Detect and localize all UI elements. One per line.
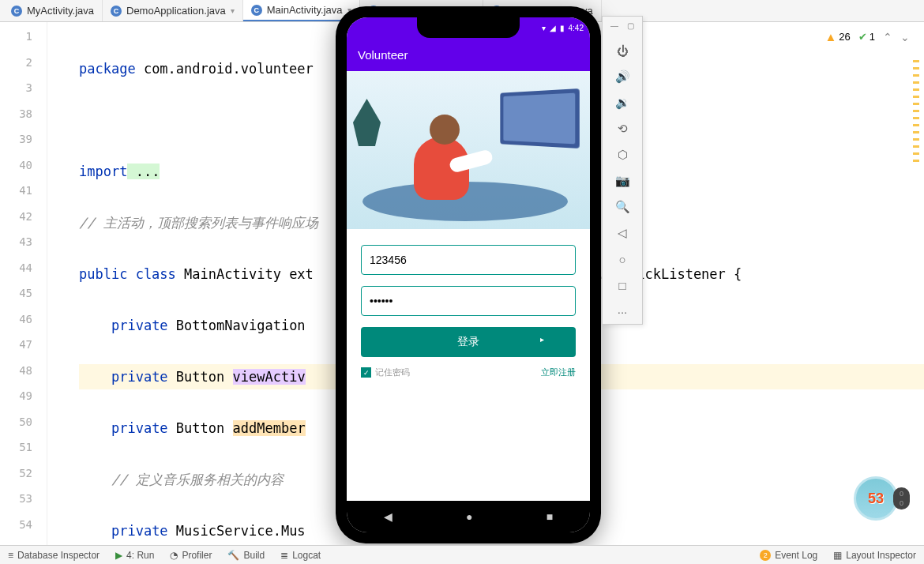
phone-notch — [417, 17, 520, 38]
fps-counter: 53 — [854, 476, 898, 521]
signal-icon: ◢ — [550, 24, 556, 32]
next-highlight-button[interactable]: ⌄ — [900, 31, 910, 43]
volume-down-button[interactable]: 🔉 — [614, 95, 630, 111]
gutter: 1 2 3 38 39 40 41 42 43 44 45 46 47 48 4… — [0, 22, 47, 545]
logcat-icon: ≣ — [280, 550, 288, 561]
power-button[interactable]: ⏻ — [614, 43, 630, 58]
line-number: 51 — [0, 441, 47, 467]
hammer-icon: 🔨 — [227, 550, 239, 561]
rotate-left-button[interactable]: ⟲ — [614, 121, 630, 137]
rotate-right-button[interactable]: ⬡ — [614, 147, 630, 163]
password-input[interactable] — [361, 286, 576, 316]
warning-icon: ▲ — [824, 30, 836, 43]
line-number: 46 — [0, 313, 47, 339]
line-number: 41 — [0, 184, 47, 210]
hero-illustration — [347, 71, 590, 229]
line-number: 47 — [0, 338, 47, 364]
battery-icon: ▮ — [560, 24, 565, 32]
login-form: 登录 ✓记住密码 立即注册 — [347, 229, 590, 394]
line-number: 38 — [0, 107, 47, 133]
float-pill: 00 — [893, 487, 910, 509]
volume-up-button[interactable]: 🔊 — [614, 69, 630, 85]
more-button[interactable]: ··· — [614, 303, 630, 319]
event-count-badge: 2 — [760, 550, 771, 561]
error-stripe[interactable] — [913, 55, 922, 542]
profiler-tab[interactable]: ◔Profiler — [162, 550, 220, 561]
event-log-tab[interactable]: 2Event Log — [752, 550, 825, 561]
check-icon: ✔ — [858, 31, 867, 43]
back-button[interactable]: ◁ — [614, 225, 630, 241]
line-number: 44 — [0, 261, 47, 288]
minimize-icon[interactable]: — — [610, 21, 618, 30]
tab-demoapplication[interactable]: CDemoApplication.java▾ — [103, 0, 243, 21]
layout-icon: ▦ — [833, 550, 842, 561]
wifi-icon: ▾ — [542, 24, 546, 32]
line-number: 48 — [0, 364, 47, 390]
overview-button[interactable]: □ — [614, 277, 630, 293]
line-number: 39 — [0, 133, 47, 159]
line-number: 53 — [0, 492, 47, 518]
line-number: 43 — [0, 235, 47, 261]
username-input[interactable] — [361, 245, 576, 275]
java-icon: C — [11, 6, 22, 17]
java-icon: C — [251, 5, 262, 16]
zoom-button[interactable]: 🔍 — [614, 199, 630, 215]
line-number: 49 — [0, 389, 47, 415]
checks-badge[interactable]: ✔1 — [858, 31, 875, 43]
android-nav-bar: ◀ ● ■ — [347, 501, 590, 532]
line-number: 45 — [0, 287, 47, 313]
warnings-badge[interactable]: ▲26 — [824, 30, 850, 43]
line-number: 1 — [0, 30, 47, 56]
emulator-frame: ▾ ◢ ▮ 4:42 Volunteer 登录 ✓记住密码 立即注册 ◀ ● ■ — [336, 6, 601, 543]
line-number: 54 — [0, 518, 47, 544]
login-button[interactable]: 登录 — [361, 327, 576, 357]
register-link[interactable]: 立即注册 — [541, 367, 576, 378]
emulator-toolbar: — ▢ ⏻ 🔊 🔉 ⟲ ⬡ 📷 🔍 ◁ ○ □ ··· — [602, 16, 643, 325]
line-number: 2 — [0, 56, 47, 82]
close-icon[interactable]: ▾ — [231, 6, 235, 15]
float-widget[interactable]: 53 00 — [854, 476, 910, 521]
home-button[interactable]: ○ — [614, 251, 630, 267]
remember-checkbox[interactable]: ✓记住密码 — [361, 367, 410, 378]
nav-home-button[interactable]: ● — [466, 510, 472, 523]
build-tab[interactable]: 🔨Build — [220, 550, 272, 561]
prev-highlight-button[interactable]: ⌃ — [883, 31, 892, 43]
close-icon[interactable]: ▢ — [627, 21, 634, 30]
run-tab[interactable]: ▶4: Run — [107, 550, 162, 561]
emulator-screen[interactable]: ▾ ◢ ▮ 4:42 Volunteer 登录 ✓记住密码 立即注册 ◀ ● ■ — [347, 17, 590, 532]
screenshot-button[interactable]: 📷 — [614, 173, 630, 189]
line-number: 40 — [0, 159, 47, 185]
checkbox-icon: ✓ — [361, 367, 371, 378]
tab-myactivity[interactable]: CMyActivity.java — [3, 0, 103, 21]
line-number: 50 — [0, 415, 47, 442]
app-bar: Volunteer — [347, 38, 590, 71]
java-icon: C — [111, 6, 122, 17]
layout-inspector-tab[interactable]: ▦Layout Inspector — [825, 550, 924, 561]
nav-back-button[interactable]: ◀ — [384, 510, 393, 523]
line-number: 42 — [0, 210, 47, 236]
profiler-icon: ◔ — [170, 550, 178, 561]
database-inspector-tab[interactable]: ≡Database Inspector — [0, 550, 107, 561]
nav-recent-button[interactable]: ■ — [547, 510, 553, 523]
database-icon: ≡ — [8, 550, 13, 561]
line-number: 52 — [0, 467, 47, 493]
logcat-tab[interactable]: ≣Logcat — [272, 550, 329, 561]
play-icon: ▶ — [115, 550, 122, 561]
inspection-widget: ▲26 ✔1 ⌃ ⌄ — [824, 30, 910, 43]
status-bar: ≡Database Inspector ▶4: Run ◔Profiler 🔨B… — [0, 545, 924, 564]
status-time: 4:42 — [569, 24, 584, 32]
line-number: 3 — [0, 81, 47, 107]
